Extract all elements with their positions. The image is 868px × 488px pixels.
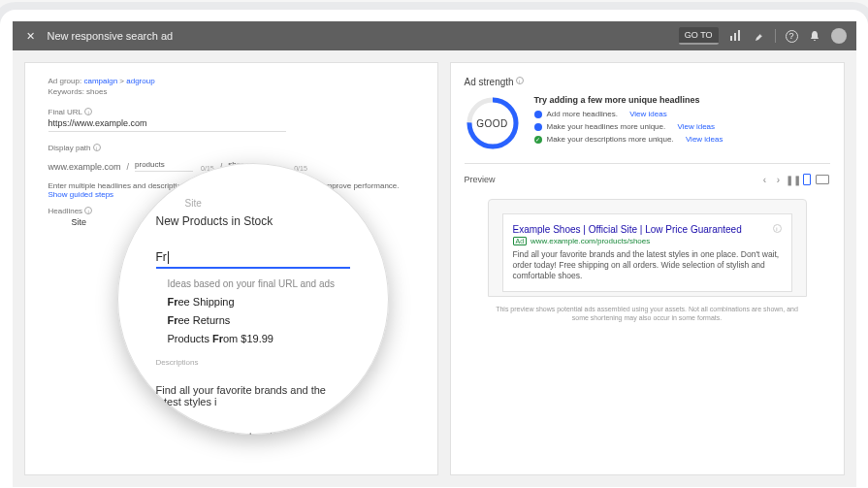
info-icon[interactable]: i: [93, 144, 101, 151]
display-path-label: Display pathi: [48, 144, 414, 152]
suggestions-label: Ideas based on your final URL and ads: [156, 278, 350, 289]
view-ideas-link[interactable]: View ideas: [629, 110, 667, 118]
next-button[interactable]: ›: [772, 175, 786, 185]
view-ideas-link[interactable]: View ideas: [677, 122, 715, 131]
ad-strength-label: Ad strengthi: [465, 77, 830, 87]
description-input[interactable]: Find all your favorite brands and the la…: [156, 384, 350, 407]
ad-badge: Ad: [513, 237, 528, 245]
descriptions-label-faint: Descriptions: [156, 358, 350, 367]
tools-icon[interactable]: [752, 29, 765, 43]
help-icon[interactable]: ?: [786, 30, 798, 43]
laptop-frame: ✕ New responsive search ad GO TO ? Ad gr…: [0, 10, 868, 488]
preview-label: Preview: [465, 175, 496, 184]
suggestion-item[interactable]: Free Returns: [156, 314, 350, 326]
keywords-line: Keywords: shoes: [48, 87, 414, 96]
headline-fragment: Site: [185, 198, 350, 209]
text-cursor: [168, 251, 169, 264]
bullet-icon: [534, 111, 542, 118]
final-url-label: Final URLi: [48, 108, 414, 116]
rec-item: Make your headlines more unique. View id…: [534, 122, 830, 131]
notifications-icon[interactable]: [808, 29, 821, 43]
final-url-input[interactable]: https://www.example.com: [48, 116, 286, 132]
ad-preview-description: Find all your favorite brands and the la…: [513, 249, 782, 281]
campaign-link[interactable]: campaign: [83, 77, 117, 85]
desktop-preview-icon[interactable]: [815, 174, 830, 185]
close-icon[interactable]: ✕: [22, 30, 40, 43]
recommendations-list: Try adding a few more unique headlines A…: [534, 95, 830, 147]
svg-rect-0: [730, 36, 732, 41]
profile-avatar[interactable]: [831, 28, 847, 44]
adgroup-breadcrumb: Ad group: campaign > adgroup: [48, 77, 414, 85]
adgroup-link[interactable]: adgroup: [126, 77, 154, 85]
magnified-detail: Site New Products in Stock Fr Ideas base…: [117, 163, 389, 435]
pause-button[interactable]: ❚❚: [786, 175, 799, 185]
ad-info-icon[interactable]: i: [773, 224, 782, 233]
svg-rect-2: [738, 30, 740, 41]
display-path-seg1[interactable]: products: [135, 160, 193, 172]
goto-button[interactable]: GO TO: [679, 27, 719, 45]
prev-button[interactable]: ‹: [758, 175, 772, 185]
view-ideas-link[interactable]: View ideas: [686, 135, 723, 144]
ad-strength-donut: GOOD: [465, 95, 521, 151]
mobile-preview-icon[interactable]: [799, 174, 815, 185]
preview-disclaimer: This preview shows potential ads assembl…: [488, 305, 807, 322]
svg-rect-1: [734, 33, 736, 41]
reports-icon[interactable]: [728, 29, 742, 43]
bullet-icon: [534, 123, 542, 131]
ad-preview-url: Ad www.example.com/products/shoes: [513, 237, 782, 245]
rec-item: ✓ Make your descriptions more unique. Vi…: [534, 135, 830, 144]
ad-preview-title: Example Shoes | Official Site | Low Pric…: [513, 224, 782, 235]
suggestion-item[interactable]: Products From $19.99: [156, 333, 350, 344]
recommendations-title: Try adding a few more unique headlines: [534, 95, 830, 105]
show-guided-link[interactable]: Show guided steps: [48, 190, 114, 199]
info-icon[interactable]: i: [516, 77, 524, 84]
info-icon[interactable]: i: [84, 207, 92, 214]
top-bar: ✕ New responsive search ad GO TO ?: [13, 21, 856, 50]
suggestion-item[interactable]: Free Shipping: [156, 296, 350, 308]
ad-strength-value: GOOD: [465, 95, 521, 151]
ad-strength-panel: Ad strengthi GOOD Try adding a few more …: [450, 62, 845, 475]
ad-preview-card: i Example Shoes | Official Site | Low Pr…: [502, 213, 792, 292]
check-icon: ✓: [534, 136, 542, 144]
app-screen: ✕ New responsive search ad GO TO ? Ad gr…: [13, 21, 856, 487]
display-path-base: www.example.com: [48, 162, 121, 172]
headline-input-filled[interactable]: New Products in Stock: [156, 214, 350, 228]
preview-section: Preview ‹ › ❚❚ i Example Shoes | Officia…: [465, 163, 830, 322]
headline-input-active[interactable]: Fr: [156, 245, 350, 269]
page-title: New responsive search ad: [48, 30, 679, 42]
rec-item: Add more headlines. View ideas: [534, 110, 830, 118]
ad-preview-frame: i Example Shoes | Official Site | Low Pr…: [488, 199, 807, 297]
info-icon[interactable]: i: [84, 108, 92, 115]
